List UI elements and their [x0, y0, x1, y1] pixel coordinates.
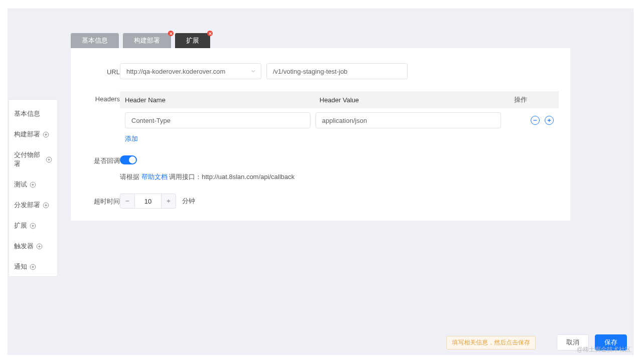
chevron-down-icon: [251, 69, 256, 74]
add-header-link[interactable]: 添加: [120, 134, 560, 143]
headers-table-head: Header Name Header Value 操作: [120, 91, 559, 108]
plus-circle-icon: [29, 222, 36, 229]
timeout-stepper[interactable]: 10: [120, 194, 176, 209]
callback-url: http://uat.8slan.com/api/callback: [202, 173, 294, 180]
url-host-select[interactable]: http://qa-koderover.koderover.com: [120, 63, 261, 79]
timeout-increase-button[interactable]: [161, 194, 176, 209]
save-hint: 填写相关信息，然后点击保存: [446, 336, 536, 349]
header-name-input[interactable]: [125, 112, 310, 128]
url-label: URL: [81, 67, 120, 76]
sidebar-item-label: 通知: [14, 262, 27, 271]
callback-helper: 请根据 帮助文档 调用接口：http://uat.8slan.com/api/c…: [120, 172, 560, 181]
plus-circle-icon: [46, 156, 52, 163]
tab-label: 基本信息: [82, 36, 108, 45]
col-header-name: Header Name: [125, 96, 319, 104]
sidebar: 基本信息 构建部署 交付物部署 测试 分发部署 扩展 触发器 通知: [9, 99, 58, 277]
sidebar-item-label: 扩展: [14, 221, 27, 230]
help-doc-link[interactable]: 帮助文档: [141, 173, 168, 180]
footer-bar: 填写相关信息，然后点击保存 取消 保存: [8, 330, 633, 355]
url-host-value: http://qa-koderover.koderover.com: [126, 68, 225, 75]
sidebar-item-extension[interactable]: 扩展: [14, 221, 52, 230]
plus-circle-icon: [42, 131, 49, 138]
sidebar-item-label: 构建部署: [14, 130, 40, 139]
plus-circle-icon: [36, 243, 43, 250]
page-frame: 基本信息 构建部署 交付物部署 测试 分发部署 扩展 触发器 通知: [8, 9, 633, 355]
sidebar-item-label: 交付物部署: [14, 150, 44, 168]
add-header-button[interactable]: [545, 116, 554, 125]
sidebar-item-label: 基本信息: [14, 109, 40, 118]
header-value-input[interactable]: [315, 112, 501, 128]
sidebar-item-distribute-deploy[interactable]: 分发部署: [14, 201, 52, 210]
sidebar-item-trigger[interactable]: 触发器: [14, 242, 52, 251]
timeout-decrease-button[interactable]: [120, 194, 135, 209]
tab-label: 扩展: [186, 36, 199, 45]
sidebar-item-label: 触发器: [14, 242, 34, 251]
sidebar-item-artifact-deploy[interactable]: 交付物部署: [14, 150, 52, 168]
col-header-value: Header Value: [319, 96, 514, 104]
plus-circle-icon: [29, 263, 36, 270]
sidebar-item-notify[interactable]: 通知: [14, 262, 52, 271]
plus-circle-icon: [29, 181, 36, 188]
tab-label: 构建部署: [134, 36, 160, 45]
callback-label: 是否回调: [81, 155, 120, 165]
timeout-label: 超时时间: [81, 196, 120, 206]
sidebar-item-build-deploy[interactable]: 构建部署: [14, 130, 52, 139]
tab-build-deploy[interactable]: 构建部署: [123, 33, 171, 48]
headers-table: Header Name Header Value 操作: [120, 91, 559, 132]
remove-header-button[interactable]: [531, 116, 540, 125]
callback-toggle[interactable]: [120, 155, 137, 164]
url-path-value[interactable]: [273, 68, 401, 75]
headers-table-row: [120, 108, 559, 132]
tab-basic-info[interactable]: 基本信息: [71, 33, 119, 48]
sidebar-item-test[interactable]: 测试: [14, 180, 52, 189]
plus-circle-icon: [42, 202, 49, 209]
tab-extension[interactable]: 扩展: [175, 33, 210, 48]
sidebar-item-basic-info[interactable]: 基本信息: [14, 109, 52, 118]
close-icon[interactable]: [168, 31, 174, 36]
close-icon[interactable]: [207, 31, 213, 36]
sidebar-item-label: 测试: [14, 180, 27, 189]
sidebar-item-label: 分发部署: [14, 201, 40, 210]
headers-label: Headers: [81, 91, 120, 103]
tabs: 基本信息 构建部署 扩展: [71, 33, 210, 48]
timeout-unit: 分钟: [182, 197, 195, 206]
extension-form-panel: URL http://qa-koderover.koderover.com: [71, 48, 570, 221]
timeout-value[interactable]: 10: [135, 194, 161, 209]
watermark: @稀土掘金技术社区: [577, 345, 631, 354]
url-path-input[interactable]: [266, 63, 408, 79]
col-header-op: 操作: [514, 95, 554, 104]
